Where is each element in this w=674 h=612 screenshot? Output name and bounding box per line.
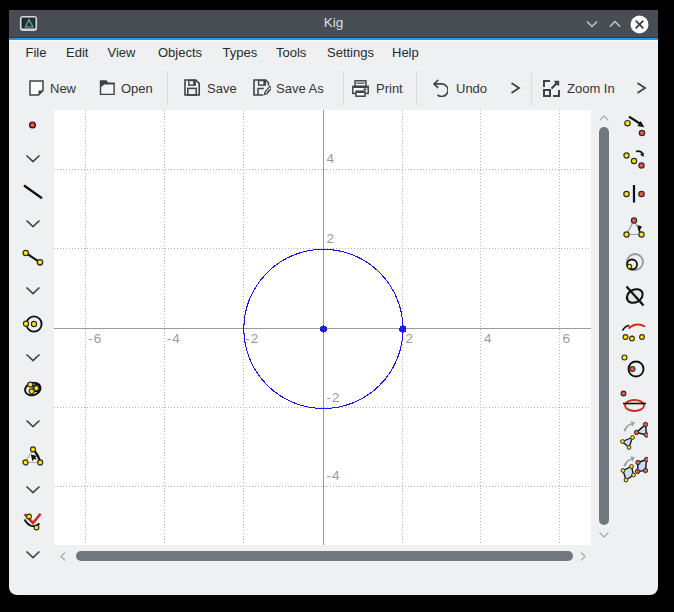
svg-text:2: 2 <box>327 231 335 246</box>
svg-text:-6: -6 <box>88 331 102 346</box>
svg-text:-2: -2 <box>327 390 341 405</box>
svg-text:-4: -4 <box>167 331 181 346</box>
svg-text:-4: -4 <box>327 468 341 483</box>
svg-text:2: 2 <box>406 331 414 346</box>
svg-text:6: 6 <box>563 331 571 346</box>
svg-text:4: 4 <box>327 151 335 166</box>
svg-text:4: 4 <box>484 331 492 346</box>
svg-text:-2: -2 <box>245 331 259 346</box>
